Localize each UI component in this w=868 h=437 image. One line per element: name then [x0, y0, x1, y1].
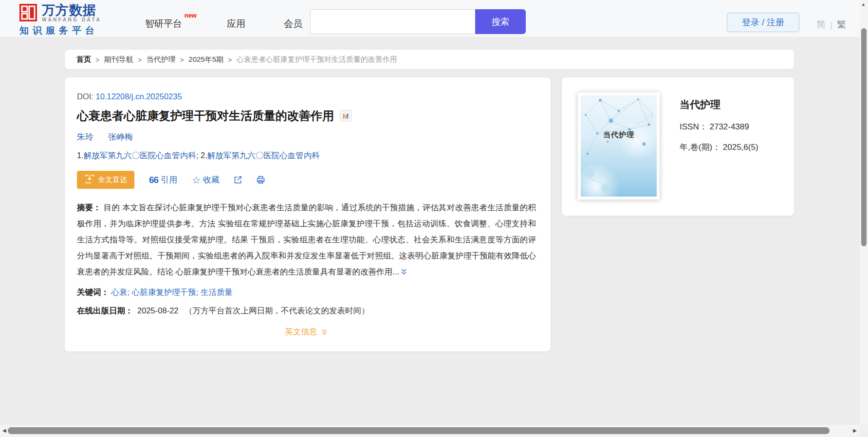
quote-icon: 66 — [149, 176, 158, 184]
printer-icon — [256, 175, 265, 184]
logo-brand-en-text: WANFANG DATA — [42, 17, 101, 22]
article-actions: free 全文直达 66 引用 ☆ 收藏 — [77, 171, 536, 189]
share-icon — [233, 175, 242, 184]
breadcrumb-separator: > — [228, 55, 232, 64]
scrollbar-corner — [860, 425, 868, 437]
author-link[interactable]: 张峥梅 — [108, 131, 133, 143]
keyword-link[interactable]: 心脏康复护理干预 — [132, 288, 196, 296]
keyword-separator: ; — [128, 288, 132, 296]
authors-row: 朱玲 张峥梅 — [77, 131, 536, 143]
breadcrumb: 首页 > 期刊导航 > 当代护理 > 2025年5期 > 心衰患者心脏康复护理干… — [65, 50, 794, 69]
scrollbar-left-arrow-icon[interactable]: ◀ — [2, 428, 6, 433]
doi-link[interactable]: 10.12208/j.cn.20250235 — [96, 92, 182, 101]
article-detail-card: DOI: 10.12208/j.cn.20250235 心衰患者心脏康复护理干预… — [65, 77, 551, 351]
pubdate-label: 在线出版日期： — [77, 306, 133, 315]
lang-traditional[interactable]: 繁 — [837, 18, 846, 31]
cite-button[interactable]: 66 引用 — [149, 174, 177, 185]
medline-badge-icon[interactable]: M — [340, 110, 351, 122]
lang-simplified[interactable]: 简 — [816, 18, 826, 31]
keyword-link[interactable]: 心衰 — [111, 288, 128, 296]
affiliation-link[interactable]: 解放军第九六〇医院心血管内科 — [84, 151, 196, 160]
abstract-label: 摘要： — [77, 203, 101, 212]
keywords-label: 关键词： — [77, 288, 109, 296]
horizontal-scrollbar[interactable]: ◀ ▶ — [0, 425, 860, 437]
issn-label: ISSN： — [680, 122, 707, 131]
search-input[interactable] — [310, 9, 475, 34]
journal-info-card: 当代护理 当代护理 ISSN： 2732-4389 年,卷(期)： 2025,6… — [562, 77, 794, 216]
search-box: 搜索 — [310, 9, 526, 34]
fulltext-button[interactable]: free 全文直达 — [77, 171, 134, 189]
author-link[interactable]: 朱玲 — [77, 131, 93, 143]
nav-item-member[interactable]: 会员 — [284, 18, 302, 30]
breadcrumb-home[interactable]: 首页 — [76, 55, 91, 64]
volume-value: 2025,6(5) — [723, 143, 758, 152]
language-switch: 简 | 繁 — [816, 18, 846, 31]
svg-text:free: free — [86, 181, 92, 184]
affiliations-row: 1.解放军第九六〇医院心血管内科; 2.解放军第九六〇医院心血管内科 — [77, 150, 536, 161]
favorite-button[interactable]: ☆ 收藏 — [192, 174, 220, 185]
breadcrumb-issue[interactable]: 2025年5期 — [188, 55, 223, 64]
horizontal-scrollbar-thumb[interactable] — [8, 427, 830, 434]
breadcrumb-separator: > — [138, 55, 142, 64]
abstract-text: 目的 本文旨在探讨心脏康复护理干预对心衰患者生活质量的影响，通过系统的干预措施，… — [77, 203, 536, 276]
volume-label: 年,卷(期)： — [680, 143, 720, 152]
lang-divider: | — [830, 19, 832, 30]
breadcrumb-separator: > — [180, 55, 185, 64]
pubdate-note: （万方平台首次上网日期，不代表论文的发表时间） — [185, 306, 369, 315]
english-info-toggle[interactable]: 英文信息 — [77, 327, 536, 337]
logo-tagline: 知识服务平台 — [19, 24, 101, 37]
affiliation-separator: ; — [196, 151, 201, 160]
breadcrumb-current-article: 心衰患者心脏康复护理干预对生活质量的改善作用 — [237, 55, 397, 64]
journal-issn-row: ISSN： 2732-4389 — [680, 121, 749, 132]
article-title: 心衰患者心脏康复护理干预对生活质量的改善作用 — [77, 109, 334, 123]
cover-network-pattern — [581, 95, 657, 197]
journal-volume-row: 年,卷(期)： 2025,6(5) — [680, 142, 758, 153]
nav-item-zhiyan-platform[interactable]: 智研平台 new — [145, 18, 182, 30]
wanfang-logo[interactable]: 万方数据 WANFANG DATA 知识服务平台 — [19, 4, 101, 37]
doi-label: DOI: — [77, 92, 93, 101]
fulltext-free-download-icon: free — [84, 174, 95, 186]
journal-name[interactable]: 当代护理 — [680, 98, 720, 111]
scrollbar-right-arrow-icon[interactable]: ▶ — [853, 428, 857, 433]
share-button[interactable] — [233, 175, 242, 184]
breadcrumb-journal[interactable]: 当代护理 — [147, 55, 176, 64]
pubdate-row: 在线出版日期： 2025-08-22 （万方平台首次上网日期，不代表论文的发表时… — [77, 306, 536, 316]
logo-brand-text: 万方数据 — [42, 4, 101, 17]
vertical-scrollbar[interactable]: ▲ — [860, 0, 868, 425]
keywords-row: 关键词： 心衰; 心脏康复护理干预; 生活质量 — [77, 287, 536, 298]
keyword-separator: ; — [196, 288, 201, 296]
keyword-link[interactable]: 生活质量 — [201, 288, 233, 296]
nav-item-apps[interactable]: 应用 — [227, 18, 245, 30]
new-badge: new — [185, 12, 197, 19]
double-chevron-down-icon — [321, 328, 328, 336]
login-register-button[interactable]: 登录 / 注册 — [727, 13, 799, 32]
affiliation-number: 2. — [201, 151, 207, 160]
issn-value: 2732-4389 — [709, 122, 749, 131]
abstract-block: 摘要： 目的 本文旨在探讨心脏康复护理干预对心衰患者生活质量的影响，通过系统的干… — [77, 200, 536, 281]
expand-abstract-icon[interactable] — [400, 265, 407, 281]
site-header: 万方数据 WANFANG DATA 知识服务平台 智研平台 new 应用 会员 … — [0, 0, 860, 37]
star-icon: ☆ — [192, 176, 201, 184]
journal-cover[interactable]: 当代护理 — [578, 92, 660, 200]
affiliation-number: 1. — [77, 151, 84, 160]
breadcrumb-separator: > — [95, 55, 100, 64]
affiliation-link[interactable]: 解放军第九六〇医院心血管内科 — [207, 151, 320, 160]
journal-cover-title: 当代护理 — [581, 130, 657, 140]
vertical-scrollbar-thumb[interactable] — [861, 28, 867, 246]
wanfang-logo-icon — [19, 4, 37, 21]
scrollbar-up-arrow-icon[interactable]: ▲ — [861, 2, 866, 7]
doi-row: DOI: 10.12208/j.cn.20250235 — [77, 92, 536, 101]
search-button[interactable]: 搜索 — [475, 9, 526, 34]
pubdate-value: 2025-08-22 — [137, 306, 178, 315]
print-button[interactable] — [256, 175, 265, 184]
breadcrumb-journal-nav[interactable]: 期刊导航 — [104, 55, 133, 64]
